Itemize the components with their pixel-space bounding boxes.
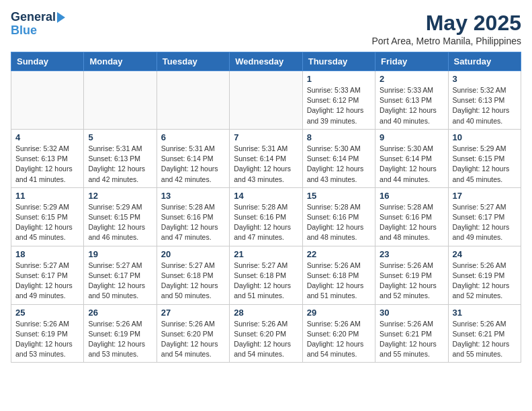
calendar-cell: 1Sunrise: 5:33 AMSunset: 6:12 PMDaylight…	[302, 71, 375, 130]
week-row-3: 11Sunrise: 5:29 AMSunset: 6:15 PMDayligh…	[11, 187, 521, 246]
day-info: Sunrise: 5:27 AMSunset: 6:17 PMDaylight:…	[15, 261, 79, 302]
day-info: Sunrise: 5:28 AMSunset: 6:16 PMDaylight:…	[234, 202, 298, 243]
weekday-wednesday: Wednesday	[230, 52, 302, 71]
day-number: 14	[234, 191, 298, 201]
calendar-cell: 22Sunrise: 5:26 AMSunset: 6:18 PMDayligh…	[302, 246, 375, 304]
calendar-cell: 11Sunrise: 5:29 AMSunset: 6:15 PMDayligh…	[11, 187, 84, 246]
day-info: Sunrise: 5:26 AMSunset: 6:19 PMDaylight:…	[453, 261, 517, 302]
week-row-4: 18Sunrise: 5:27 AMSunset: 6:17 PMDayligh…	[11, 246, 521, 304]
calendar-cell: 7Sunrise: 5:31 AMSunset: 6:14 PMDaylight…	[230, 129, 302, 187]
day-info: Sunrise: 5:32 AMSunset: 6:13 PMDaylight:…	[15, 144, 79, 185]
calendar-cell: 20Sunrise: 5:27 AMSunset: 6:18 PMDayligh…	[157, 246, 229, 304]
week-row-1: 1Sunrise: 5:33 AMSunset: 6:12 PMDaylight…	[11, 71, 521, 130]
weekday-tuesday: Tuesday	[157, 52, 229, 71]
day-number: 2	[380, 74, 443, 84]
month-year: May 2025	[371, 11, 521, 36]
day-info: Sunrise: 5:28 AMSunset: 6:16 PMDaylight:…	[307, 202, 371, 243]
calendar-cell: 25Sunrise: 5:26 AMSunset: 6:19 PMDayligh…	[11, 304, 84, 363]
day-number: 4	[15, 132, 79, 142]
week-row-2: 4Sunrise: 5:32 AMSunset: 6:13 PMDaylight…	[11, 129, 521, 187]
calendar-cell: 13Sunrise: 5:28 AMSunset: 6:16 PMDayligh…	[157, 187, 229, 246]
weekday-friday: Friday	[375, 52, 448, 71]
day-number: 17	[453, 191, 517, 201]
calendar-cell: 16Sunrise: 5:28 AMSunset: 6:16 PMDayligh…	[375, 187, 448, 246]
day-info: Sunrise: 5:28 AMSunset: 6:16 PMDaylight:…	[380, 202, 443, 243]
day-info: Sunrise: 5:31 AMSunset: 6:14 PMDaylight:…	[234, 144, 298, 185]
weekday-header-row: SundayMondayTuesdayWednesdayThursdayFrid…	[11, 52, 521, 71]
day-number: 20	[161, 249, 225, 259]
calendar-cell: 27Sunrise: 5:26 AMSunset: 6:20 PMDayligh…	[157, 304, 229, 363]
day-info: Sunrise: 5:26 AMSunset: 6:21 PMDaylight:…	[380, 319, 443, 360]
day-info: Sunrise: 5:29 AMSunset: 6:15 PMDaylight:…	[15, 202, 79, 243]
day-info: Sunrise: 5:26 AMSunset: 6:20 PMDaylight:…	[161, 319, 225, 360]
day-number: 5	[88, 132, 152, 142]
calendar-cell: 17Sunrise: 5:27 AMSunset: 6:17 PMDayligh…	[448, 187, 521, 246]
day-number: 27	[161, 308, 225, 318]
day-number: 13	[161, 191, 225, 201]
day-number: 28	[234, 308, 298, 318]
day-info: Sunrise: 5:29 AMSunset: 6:15 PMDaylight:…	[453, 144, 517, 185]
day-info: Sunrise: 5:27 AMSunset: 6:17 PMDaylight:…	[88, 261, 152, 302]
calendar-cell: 23Sunrise: 5:26 AMSunset: 6:19 PMDayligh…	[375, 246, 448, 304]
day-info: Sunrise: 5:33 AMSunset: 6:12 PMDaylight:…	[307, 85, 371, 126]
day-number: 24	[453, 249, 517, 259]
calendar-cell: 18Sunrise: 5:27 AMSunset: 6:17 PMDayligh…	[11, 246, 84, 304]
day-number: 31	[453, 308, 517, 318]
calendar-cell: 6Sunrise: 5:31 AMSunset: 6:14 PMDaylight…	[157, 129, 229, 187]
day-number: 8	[307, 132, 371, 142]
day-info: Sunrise: 5:26 AMSunset: 6:20 PMDaylight:…	[307, 319, 371, 360]
calendar-cell	[230, 71, 302, 130]
day-info: Sunrise: 5:31 AMSunset: 6:14 PMDaylight:…	[161, 144, 225, 185]
day-number: 6	[161, 132, 225, 142]
calendar-cell: 28Sunrise: 5:26 AMSunset: 6:20 PMDayligh…	[230, 304, 302, 363]
day-number: 15	[307, 191, 371, 201]
day-number: 22	[307, 249, 371, 259]
calendar-cell: 9Sunrise: 5:30 AMSunset: 6:14 PMDaylight…	[375, 129, 448, 187]
day-info: Sunrise: 5:27 AMSunset: 6:18 PMDaylight:…	[161, 261, 225, 302]
calendar-cell: 14Sunrise: 5:28 AMSunset: 6:16 PMDayligh…	[230, 187, 302, 246]
day-info: Sunrise: 5:26 AMSunset: 6:19 PMDaylight:…	[380, 261, 443, 302]
day-number: 3	[453, 74, 517, 84]
day-info: Sunrise: 5:26 AMSunset: 6:19 PMDaylight:…	[15, 319, 79, 360]
day-info: Sunrise: 5:26 AMSunset: 6:18 PMDaylight:…	[307, 261, 371, 302]
day-info: Sunrise: 5:27 AMSunset: 6:18 PMDaylight:…	[234, 261, 298, 302]
day-number: 7	[234, 132, 298, 142]
logo: General Blue	[11, 11, 65, 38]
day-number: 19	[88, 249, 152, 259]
day-number: 21	[234, 249, 298, 259]
page-header: General Blue May 2025 Port Area, Metro M…	[11, 11, 521, 46]
day-info: Sunrise: 5:32 AMSunset: 6:13 PMDaylight:…	[453, 85, 517, 126]
day-number: 30	[380, 308, 443, 318]
calendar-cell	[157, 71, 229, 130]
day-info: Sunrise: 5:26 AMSunset: 6:20 PMDaylight:…	[234, 319, 298, 360]
calendar-cell: 4Sunrise: 5:32 AMSunset: 6:13 PMDaylight…	[11, 129, 84, 187]
calendar-cell: 3Sunrise: 5:32 AMSunset: 6:13 PMDaylight…	[448, 71, 521, 130]
logo-blue: Blue	[11, 24, 37, 38]
weekday-monday: Monday	[84, 52, 157, 71]
calendar-cell: 10Sunrise: 5:29 AMSunset: 6:15 PMDayligh…	[448, 129, 521, 187]
day-number: 25	[15, 308, 79, 318]
calendar-cell: 26Sunrise: 5:26 AMSunset: 6:19 PMDayligh…	[84, 304, 157, 363]
calendar-cell: 30Sunrise: 5:26 AMSunset: 6:21 PMDayligh…	[375, 304, 448, 363]
day-info: Sunrise: 5:26 AMSunset: 6:21 PMDaylight:…	[453, 319, 517, 360]
calendar-cell	[84, 71, 157, 130]
calendar-cell: 12Sunrise: 5:29 AMSunset: 6:15 PMDayligh…	[84, 187, 157, 246]
weekday-sunday: Sunday	[11, 52, 84, 71]
calendar-cell: 24Sunrise: 5:26 AMSunset: 6:19 PMDayligh…	[448, 246, 521, 304]
day-info: Sunrise: 5:29 AMSunset: 6:15 PMDaylight:…	[88, 202, 152, 243]
logo-text: General	[11, 11, 56, 24]
day-info: Sunrise: 5:26 AMSunset: 6:19 PMDaylight:…	[88, 319, 152, 360]
calendar-cell: 2Sunrise: 5:33 AMSunset: 6:13 PMDaylight…	[375, 71, 448, 130]
calendar-cell: 21Sunrise: 5:27 AMSunset: 6:18 PMDayligh…	[230, 246, 302, 304]
calendar-cell: 15Sunrise: 5:28 AMSunset: 6:16 PMDayligh…	[302, 187, 375, 246]
day-number: 11	[15, 191, 79, 201]
calendar-cell: 31Sunrise: 5:26 AMSunset: 6:21 PMDayligh…	[448, 304, 521, 363]
weekday-saturday: Saturday	[448, 52, 521, 71]
day-info: Sunrise: 5:28 AMSunset: 6:16 PMDaylight:…	[161, 202, 225, 243]
day-number: 26	[88, 308, 152, 318]
calendar-cell: 5Sunrise: 5:31 AMSunset: 6:13 PMDaylight…	[84, 129, 157, 187]
day-number: 29	[307, 308, 371, 318]
day-info: Sunrise: 5:30 AMSunset: 6:14 PMDaylight:…	[307, 144, 371, 185]
day-number: 18	[15, 249, 79, 259]
day-info: Sunrise: 5:33 AMSunset: 6:13 PMDaylight:…	[380, 85, 443, 126]
